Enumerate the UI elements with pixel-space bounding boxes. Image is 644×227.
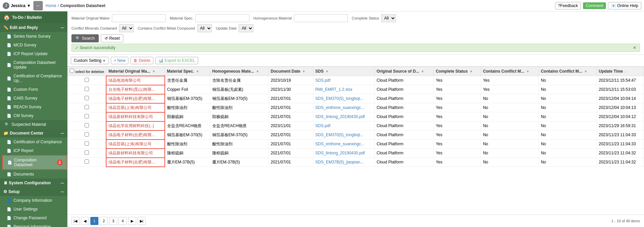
conflict-m2-cell: No (539, 112, 596, 121)
sds-cell[interactable]: SDS_lintong_20190430.pdf (313, 149, 374, 158)
search-label: Search (82, 36, 95, 41)
row-checkbox[interactable] (85, 78, 89, 82)
sds-cell[interactable]: SDS_enthone_suanxingc... (313, 140, 374, 149)
sidebar-item-cm-survey[interactable]: 📄 CM Survey (2, 111, 67, 120)
export-excel-button[interactable]: 📊 Export to EXCEL (155, 57, 198, 64)
sds-cell[interactable]: SDS_EM37B(5)_jiaopian... (313, 158, 374, 167)
next-page-button[interactable]: ▶ (128, 217, 136, 225)
sds-cell[interactable]: SDS_enthone_suanxingc... (313, 103, 374, 112)
row-checkbox[interactable] (85, 141, 89, 146)
breadcrumb-home[interactable]: Home (45, 3, 56, 8)
row-checkbox[interactable] (85, 96, 89, 100)
sidebar-item-reach[interactable]: 📄 REACH Survey (2, 103, 67, 111)
sidebar-item-icp-report[interactable]: 📄 ICP Report (2, 146, 67, 155)
sidebar-item-cert-compliance[interactable]: 📄 Certification of Compliance (2, 138, 67, 146)
complete-status-select[interactable]: All (381, 14, 396, 22)
sidebar-item-suspected-material[interactable]: 🔍 Suspected Material (0, 120, 67, 129)
col-homogeneous[interactable]: Homogeneous Mate... ▼ (210, 67, 268, 76)
user-dropdown-icon[interactable]: ▼ (27, 3, 31, 8)
sidebar-item-cert-compliance-up[interactable]: 📄 Certification of Compliance Up... (2, 72, 67, 85)
maker-cell[interactable]: 绿晶化学应用材料科技(..) (106, 121, 164, 130)
col-conflict-m1[interactable]: Contains Conflict M... ▼ (481, 67, 539, 76)
page-1-button[interactable]: 1 (90, 217, 98, 225)
sidebar-item-composition-datasheet-update[interactable]: 📄 Composition Datasheet Update (2, 58, 67, 72)
sidebar-section-document-center[interactable]: 📁 Document Center — (0, 129, 67, 138)
doc-date-cell: 2023/11/01 (269, 121, 313, 130)
maker-cell[interactable]: 绿晶贸易(上海)有限公司 (106, 103, 164, 112)
sidebar-item-personal-info[interactable]: 📄 Personal Information (2, 222, 67, 227)
sidebar-item-custom-form[interactable]: 📄 Custom Form (2, 85, 67, 94)
row-checkbox[interactable] (85, 114, 89, 118)
page-3-button[interactable]: 3 (109, 217, 117, 225)
conflict-minerals-select[interactable]: All (119, 24, 134, 32)
close-msg-icon[interactable]: ✕ (633, 45, 636, 50)
table-body: 绿晶电池有限公司 含责任金属 含除名责任金属 2023/10/19 SDS.pd… (68, 76, 644, 167)
prev-page-button[interactable]: ◀ (81, 217, 89, 225)
row-checkbox[interactable] (85, 132, 89, 137)
sidebar-item-ca65[interactable]: 📄 CA65 Survey (2, 94, 67, 103)
maker-cell[interactable]: 绿晶电池有限公司 (106, 76, 164, 85)
back-button[interactable]: ← (33, 1, 43, 10)
col-conflict-m2[interactable]: Contains Conflict M... ▼ (539, 67, 596, 76)
first-page-button[interactable]: |◀ (71, 217, 80, 225)
sidebar-item-user-settings[interactable]: 📄 User Settings (2, 205, 67, 214)
last-page-button[interactable]: ▶| (137, 217, 146, 225)
help-button[interactable]: 📧 Online Help (608, 2, 641, 9)
sidebar-item-mcd-survey[interactable]: 📄 MCD Survey (2, 41, 67, 49)
search-button[interactable]: 🔍 Search (71, 34, 99, 42)
col-original-source[interactable]: Original Source of D... ▼ (374, 67, 434, 76)
select-all-checkbox[interactable] (70, 69, 74, 73)
sidebar-item-icp-report-update[interactable]: 📄 ICP Report Update (2, 49, 67, 58)
row-checkbox[interactable] (85, 105, 89, 109)
page-4-button[interactable]: 4 (119, 217, 127, 225)
material-maker-input[interactable] (112, 14, 166, 22)
sidebar-section-system-config[interactable]: 🖥 System Configuration — (0, 179, 67, 187)
sidebar-item-change-password[interactable]: 📄 Change Password (2, 214, 67, 222)
maker-cell[interactable]: 绿晶贸易(上海)有限公司 (106, 140, 164, 149)
maker-cell[interactable]: 绿晶电子材料(合肥)有限... (106, 130, 164, 140)
col-sds[interactable]: SDS ▼ (313, 67, 374, 76)
col-update-time[interactable]: Update Time ↓ (596, 67, 644, 76)
maker-cell[interactable]: 绿晶电子材料(合肥)有限... (106, 158, 164, 167)
row-checkbox-cell (68, 140, 106, 149)
sds-cell[interactable]: SDS_lintong_20190430.pdf (313, 112, 374, 121)
update-date-select[interactable]: All (239, 24, 253, 32)
breadcrumb-current: Composition Datasheet (60, 3, 105, 8)
comment-button[interactable]: Comment (583, 2, 606, 9)
maker-cell[interactable]: 台光电子材料(昆山)有限... (106, 85, 164, 94)
sidebar-item-series-name-survey[interactable]: 📄 Series Name Survey (2, 32, 67, 41)
row-checkbox[interactable] (85, 123, 89, 127)
delete-button[interactable]: 🗑 Delete (130, 57, 153, 64)
reset-button[interactable]: ↺ Reset (101, 34, 123, 42)
sds-cell[interactable]: RMI_EMRT_1.2.xlsx (313, 85, 374, 94)
col-doc-date[interactable]: Document Date ▼ (269, 67, 313, 76)
sidebar-section-edit-reply[interactable]: ✏️ Edit and Reply — (0, 23, 67, 32)
sds-cell[interactable]: SDS.pdf (313, 76, 374, 85)
new-button[interactable]: + New (111, 57, 128, 64)
sds-cell[interactable]: SDS_EM370(5)_tongboji... (313, 94, 374, 103)
spec-cell: 隆框硫銅 (165, 149, 210, 158)
custom-setting-button[interactable]: Custom Setting ▼ (71, 57, 109, 64)
sidebar-item-composition-datasheet[interactable]: 📄 Composition Datasheet 2 (2, 155, 67, 170)
maker-cell[interactable]: 绿晶新材料科技有限公司 (106, 149, 164, 158)
col-material-maker[interactable]: Material Original Ma... ▼ (106, 67, 164, 76)
sidebar-item-company-info[interactable]: 👤 Company Information (2, 196, 67, 205)
original-source-cell: Cloud Platform (374, 85, 434, 94)
sidebar-item-documents[interactable]: 📄 Documents (2, 170, 67, 179)
col-material-spec[interactable]: Material Spec. ▼ (165, 67, 210, 76)
page-2-button[interactable]: 2 (100, 217, 108, 225)
sds-cell[interactable]: SDS_EM370(5)_tongboji... (313, 130, 374, 140)
sidebar-item-todo[interactable]: 🏠 To-Do / Bulletin (0, 11, 67, 23)
row-checkbox[interactable] (85, 159, 89, 164)
col-complete-status[interactable]: Complete Status ▼ (434, 67, 481, 76)
sidebar-section-setup[interactable]: ⚙ Setup — (0, 187, 67, 196)
contains-conflict-select[interactable]: All (197, 24, 212, 32)
feedback-button[interactable]: ?Feedback (555, 2, 581, 9)
maker-cell[interactable]: 绿晶新材料科技有限公司 (106, 112, 164, 121)
row-checkbox[interactable] (85, 87, 89, 91)
material-spec-input[interactable] (195, 14, 249, 22)
sds-cell[interactable]: SDS.pdf (313, 121, 374, 130)
row-checkbox[interactable] (85, 150, 89, 155)
maker-cell[interactable]: 绿晶电子材料(合肥)有限... (106, 94, 164, 103)
homogeneous-input[interactable] (294, 14, 348, 22)
